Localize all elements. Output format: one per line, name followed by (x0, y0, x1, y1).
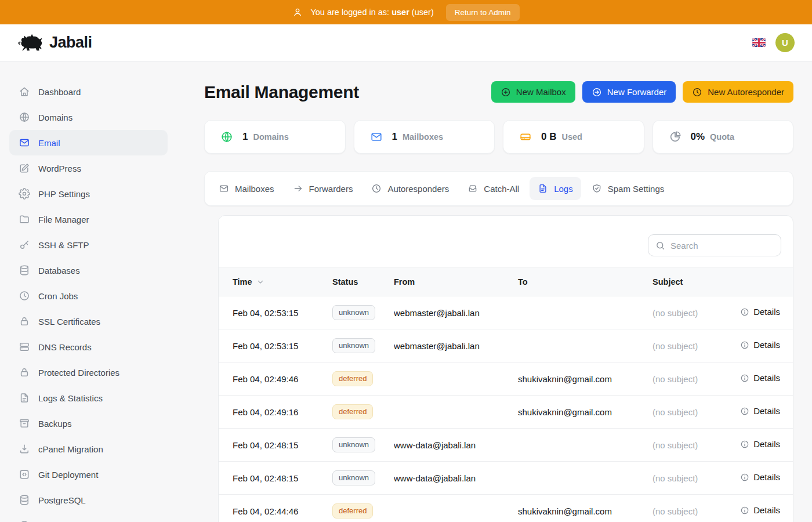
sidebar-item-dns-records[interactable]: DNS Records (9, 334, 168, 360)
sidebar-item-ssh-sftp[interactable]: SSH & SFTP (9, 232, 168, 258)
details-label: Details (753, 307, 780, 317)
details-link[interactable]: Details (728, 362, 793, 396)
details-label: Details (753, 472, 780, 482)
pie-icon (669, 130, 682, 143)
mail-icon (219, 183, 229, 194)
sidebar-item-backups[interactable]: Backups (9, 411, 168, 436)
log-subject: (no subject) (652, 396, 728, 429)
log-subject: (no subject) (652, 495, 728, 522)
search-input[interactable] (670, 241, 774, 251)
details-link[interactable]: Details (728, 329, 793, 362)
sidebar-item-label: SSH & SFTP (38, 240, 89, 250)
sidebar-item-label: Domains (38, 113, 72, 122)
info-icon (740, 473, 749, 482)
info-icon (740, 506, 749, 515)
info-icon (740, 374, 749, 383)
tab-autoresponders[interactable]: Autoresponders (363, 177, 457, 200)
tab-logs[interactable]: Logs (530, 177, 581, 200)
sidebar-item-label: Dashboard (38, 87, 81, 97)
new-forwarder-button[interactable]: New Forwarder (582, 81, 676, 103)
sidebar-item-file-manager[interactable]: File Manager (9, 206, 168, 232)
stat-label: Used (561, 132, 582, 142)
search-box[interactable] (648, 234, 781, 256)
sidebar-item-label: SSL Certificates (38, 317, 100, 327)
log-time: Feb 04, 02:48:15 (219, 429, 332, 462)
pencil-icon (19, 162, 30, 174)
details-link[interactable]: Details (728, 396, 793, 429)
pluscircle-icon (501, 87, 511, 97)
sidebar-item-label: PHP Settings (38, 189, 90, 199)
tab-forwarders[interactable]: Forwarders (285, 177, 361, 200)
user-avatar[interactable]: U (775, 33, 795, 52)
table-row: Feb 04, 02:53:15unknownwebmaster@jabali.… (219, 296, 793, 329)
sidebar-item-label: Databases (38, 266, 80, 276)
sidebar-item-domains[interactable]: Domains (9, 104, 168, 130)
brand-logo[interactable]: Jabali (17, 32, 92, 53)
status-badge: deferred (332, 371, 373, 386)
stat-value: 0% (691, 131, 705, 143)
database-icon (19, 494, 30, 506)
table-row: Feb 04, 02:48:15unknownwww-data@jabali.l… (219, 462, 793, 495)
sidebar-item-label: Email (38, 138, 60, 148)
table-row: Feb 04, 02:44:46deferredshukivaknin@gmai… (219, 495, 793, 522)
column-header-subject: Subject (652, 267, 728, 296)
return-to-admin-button[interactable]: Return to Admin (446, 4, 520, 21)
new-autoresponder-button[interactable]: New Autoresponder (683, 81, 793, 103)
sidebar-item-php-settings[interactable]: PHP Settings (9, 181, 168, 206)
sidebar-item-cron-jobs[interactable]: Cron Jobs (9, 283, 168, 309)
language-flag-icon[interactable] (752, 38, 766, 47)
sidebar-item-dashboard[interactable]: Dashboard (9, 79, 168, 104)
tab-mailboxes[interactable]: Mailboxes (211, 177, 282, 200)
log-subject: (no subject) (652, 296, 728, 329)
table-row: Feb 04, 02:53:15unknownwebmaster@jabali.… (219, 329, 793, 362)
sidebar-item-label: WordPress (38, 164, 81, 173)
status-badge: unknown (332, 437, 375, 452)
mail-log-table: TimeStatusFromToSubject Feb 04, 02:53:15… (219, 267, 793, 522)
clock-icon (371, 183, 382, 194)
app-header: Jabali U (0, 24, 812, 61)
sidebar-item-cpanel-migration[interactable]: cPanel Migration (9, 436, 168, 462)
details-link[interactable]: Details (728, 495, 793, 522)
main-content: Email Management New MailboxNew Forwarde… (177, 61, 812, 522)
log-table-body: Feb 04, 02:53:15unknownwebmaster@jabali.… (219, 296, 793, 522)
sidebar-item-item[interactable] (9, 513, 168, 522)
tab-catch-all[interactable]: Catch-All (459, 177, 527, 200)
shield-icon (592, 183, 602, 194)
log-from: webmaster@jabali.lan (394, 296, 518, 329)
log-from (394, 495, 518, 522)
button-label: New Mailbox (516, 87, 566, 97)
details-link[interactable]: Details (728, 429, 793, 462)
sidebar-item-postgresql[interactable]: PostgreSQL (9, 487, 168, 513)
sidebar-item-label: Backups (38, 419, 72, 429)
page-title: Email Management (204, 82, 359, 102)
sidebar-nav: DashboardDomainsEmailWordPressPHP Settin… (0, 61, 177, 522)
sidebar-item-label: Logs & Statistics (38, 393, 103, 403)
archive-icon (19, 418, 30, 429)
tab-spam-settings[interactable]: Spam Settings (583, 177, 673, 200)
stat-card-used: 0 BUsed (503, 120, 644, 154)
details-link[interactable]: Details (728, 296, 793, 329)
details-label: Details (753, 439, 780, 449)
clock-icon (19, 520, 30, 522)
info-icon (740, 440, 749, 449)
sidebar-item-protected-directories[interactable]: Protected Directories (9, 360, 168, 385)
tab-label: Autoresponders (387, 184, 449, 194)
tab-label: Mailboxes (235, 184, 274, 194)
sidebar-item-ssl-certificates[interactable]: SSL Certificates (9, 309, 168, 334)
sidebar-item-databases[interactable]: Databases (9, 258, 168, 283)
log-from: webmaster@jabali.lan (394, 329, 518, 362)
column-header-from: From (394, 267, 518, 296)
new-mailbox-button[interactable]: New Mailbox (491, 81, 575, 103)
log-time: Feb 04, 02:53:15 (219, 296, 332, 329)
log-time: Feb 04, 02:44:46 (219, 495, 332, 522)
search-icon (655, 241, 665, 251)
sidebar-item-logs-statistics[interactable]: Logs & Statistics (9, 385, 168, 411)
key-icon (19, 239, 30, 251)
sidebar-item-email[interactable]: Email (9, 130, 168, 155)
details-link[interactable]: Details (728, 462, 793, 495)
details-label: Details (753, 406, 780, 416)
sidebar-item-wordpress[interactable]: WordPress (9, 155, 168, 181)
sidebar-item-git-deployment[interactable]: Git Deployment (9, 462, 168, 487)
details-label: Details (753, 340, 780, 350)
column-header-time[interactable]: Time (219, 267, 332, 296)
